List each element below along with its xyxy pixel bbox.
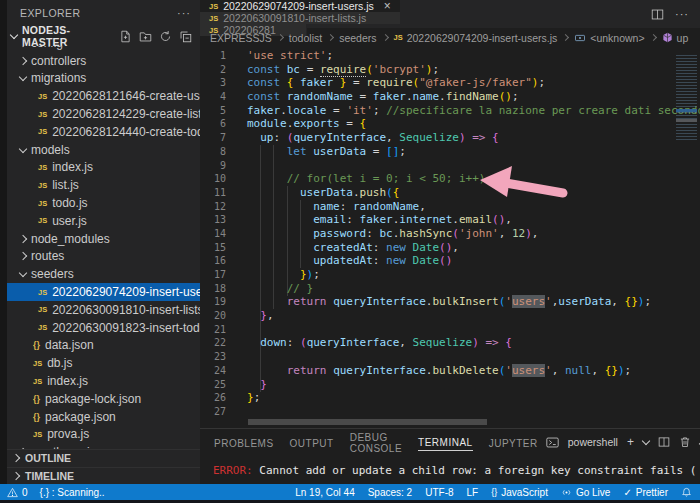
tree-item-file[interactable]: JS20220628121646-create-user.js	[7, 87, 200, 105]
line-number: 10	[200, 172, 226, 186]
refresh-icon[interactable]	[159, 30, 172, 43]
code-line[interactable]: 26};	[200, 391, 700, 405]
code-line[interactable]: 27	[200, 405, 700, 419]
tree-item-file[interactable]: JSindex.js	[7, 159, 200, 177]
code-text: });	[247, 268, 320, 282]
more-actions-icon[interactable]: ···	[675, 8, 689, 20]
tree-item-label: list.js	[52, 178, 79, 192]
panel-tab-jupyter[interactable]: JUPYTER	[489, 434, 538, 451]
new-file-icon[interactable]	[119, 30, 132, 43]
new-terminal-icon[interactable]: +	[627, 436, 634, 448]
code-line[interactable]: 6module.exports = {	[200, 117, 700, 131]
code-line[interactable]: 20 },	[200, 309, 700, 323]
tree-item-folder[interactable]: seeders	[7, 265, 200, 283]
line-number: 9	[200, 159, 226, 173]
language-mode[interactable]: {} JavaScript	[491, 487, 548, 498]
code-line[interactable]: 3const { faker } = require("@faker-js/fa…	[200, 76, 700, 90]
code-line[interactable]: 2const bc = require('bcrypt');	[200, 63, 700, 77]
code-line[interactable]: 10 // for(let i = 0; i < 50; i++) {	[200, 172, 700, 186]
code-line[interactable]: 4const randomName = faker.name.findName(…	[200, 90, 700, 104]
code-editor[interactable]: 1'use strict';2const bc = require('bcryp…	[200, 47, 700, 428]
close-tab-icon[interactable]: ×	[384, 0, 391, 12]
breadcrumb-item-symbol[interactable]: <unknown>	[574, 32, 644, 44]
tree-item-file[interactable]: JSprova.js	[7, 426, 200, 444]
tree-item-folder[interactable]: node_modules	[7, 230, 200, 248]
code-line[interactable]: 1'use strict';	[200, 49, 700, 63]
tree-item-file[interactable]: JSlist.js	[7, 176, 200, 194]
code-line[interactable]: 13 email: faker.internet.email(),	[200, 213, 700, 227]
tree-item-file[interactable]: {}data.json	[7, 337, 200, 355]
code-line[interactable]: 22 down: (queryInterface, Sequelize) => …	[200, 336, 700, 350]
code-line[interactable]: 25 }	[200, 378, 700, 392]
tree-item-label: prova.js	[47, 427, 89, 441]
new-folder-icon[interactable]	[139, 30, 152, 43]
tree-item-file[interactable]: JS20220628124440-create-todo.js	[7, 123, 200, 141]
minimap[interactable]	[676, 55, 697, 141]
code-text: module.exports = {	[247, 117, 366, 131]
tree-item-file[interactable]: JStodo.js	[7, 194, 200, 212]
go-live-button[interactable]: Go Live	[561, 487, 610, 498]
breadcrumb-item-folder[interactable]: seeders	[339, 32, 376, 44]
panel-tab-problems[interactable]: PROBLEMS	[214, 434, 274, 451]
panel-tab-debug-console[interactable]: DEBUG CONSOLE	[350, 428, 402, 456]
code-line[interactable]: 11 userData.push({	[200, 186, 700, 200]
split-terminal-icon[interactable]	[658, 436, 670, 448]
code-line[interactable]: 7 up: (queryInterface, Sequelize) => {	[200, 131, 700, 145]
shell-name[interactable]: powershell	[568, 436, 618, 448]
panel-tab-terminal[interactable]: TERMINAL	[418, 433, 473, 451]
tree-item-file[interactable]: JS20220629074209-insert-users.js	[7, 283, 200, 301]
code-line[interactable]: 21	[200, 323, 700, 337]
code-line[interactable]: 17 });	[200, 268, 700, 282]
outline-section-header[interactable]: OUTLINE	[7, 449, 200, 466]
code-line[interactable]: 24 return queryInterface.bulkDelete('use…	[200, 364, 700, 378]
encoding[interactable]: UTF-8	[425, 487, 453, 498]
tree-item-label: config	[31, 46, 63, 50]
code-line[interactable]: 23	[200, 350, 700, 364]
code-line[interactable]: 15 createdAt: new Date(),	[200, 241, 700, 255]
code-line[interactable]: 9	[200, 159, 700, 173]
tree-item-file[interactable]: JS20220630091810-insert-lists.js	[7, 301, 200, 319]
cursor-position[interactable]: Ln 19, Col 44	[295, 487, 355, 498]
code-line[interactable]: 18 // }	[200, 282, 700, 296]
eol-sequence[interactable]: LF	[467, 487, 479, 498]
code-line[interactable]: 5faker.locale = 'it'; //specificare la n…	[200, 104, 700, 118]
tree-item-file[interactable]: JS20220630091823-insert-todos.js	[7, 319, 200, 337]
terminal-dropdown-icon[interactable]	[642, 437, 650, 445]
collapse-all-icon[interactable]	[179, 30, 192, 43]
tree-item-file[interactable]: JSindex.js	[7, 372, 200, 390]
code-text: return queryInterface.bulkInsert('users'…	[247, 295, 651, 309]
horizontal-scrollbar[interactable]	[248, 419, 487, 425]
indentation[interactable]: Spaces: 2	[368, 487, 412, 498]
tree-item-file[interactable]: JSdb.js	[7, 354, 200, 372]
kill-terminal-icon[interactable]	[679, 436, 691, 448]
code-line[interactable]: 16 updatedAt: new Date()	[200, 254, 700, 268]
tree-item-file[interactable]: {}package-lock.json	[7, 390, 200, 408]
split-editor-icon[interactable]	[651, 8, 664, 21]
panel-tab-output[interactable]: OUTPUT	[290, 434, 334, 451]
editor-tab[interactable]: JS20220630091810-insert-lists.js	[200, 12, 401, 24]
breadcrumb-item-file[interactable]: JS 20220629074209-insert-users.js	[394, 32, 558, 44]
prettier-status[interactable]: ✓ Prettier	[623, 487, 668, 498]
code-line[interactable]: 19 return queryInterface.bulkInsert('use…	[200, 295, 700, 309]
tree-item-folder[interactable]: routes	[7, 248, 200, 266]
tree-item-file[interactable]: JS20220628124229-create-list.js	[7, 105, 200, 123]
breadcrumb-item-folder[interactable]: todolist	[289, 32, 322, 44]
breadcrumb-item-method[interactable]: up	[662, 32, 689, 44]
tree-item-folder[interactable]: controllers	[7, 52, 200, 70]
tree-item-folder[interactable]: models	[7, 141, 200, 159]
problems-indicator[interactable]: 0	[7, 487, 28, 498]
timeline-section-header[interactable]: TIMELINE	[7, 467, 200, 484]
tree-item-file[interactable]: JSuser.js	[7, 212, 200, 230]
terminal-output[interactable]: ERROR: Cannot add or update a child row:…	[200, 453, 700, 477]
code-line[interactable]: 12 name: randomName,	[200, 200, 700, 214]
tree-item-folder[interactable]: migrations	[7, 70, 200, 88]
tree-item-file[interactable]: {}package.json	[7, 408, 200, 426]
code-text: name: randomName,	[247, 200, 426, 214]
editor-tab[interactable]: JS20220629074209-insert-users.js×	[200, 0, 401, 12]
notifications-bell[interactable]	[681, 487, 692, 498]
code-line[interactable]: 8 let userData = [];	[200, 145, 700, 159]
breadcrumb-item-root[interactable]: EXPRESSJS	[210, 32, 272, 44]
explorer-section-header[interactable]: NODEJS-MASTER	[7, 26, 201, 46]
code-line[interactable]: 14 password: bc.hashSync('john', 12),	[200, 227, 700, 241]
scanning-status[interactable]: {.} : Scanning..	[40, 487, 105, 498]
